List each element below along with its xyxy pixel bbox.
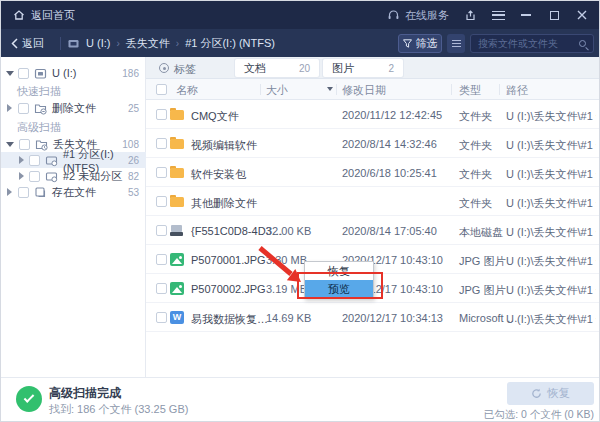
menu-button[interactable]: [491, 8, 505, 22]
checkbox[interactable]: [156, 254, 167, 265]
expand-arrow-icon[interactable]: [19, 172, 24, 180]
tab-documents[interactable]: 文档 20: [235, 59, 319, 77]
partition-icon: [45, 170, 58, 183]
lost-folder-icon: [35, 138, 48, 151]
home-button[interactable]: 返回首页: [1, 8, 75, 23]
file-name: 软件安装包: [191, 167, 246, 182]
recover-button[interactable]: 恢复: [507, 382, 594, 405]
minimize-button[interactable]: [519, 8, 533, 22]
tab-pictures[interactable]: 图片 2: [323, 59, 403, 77]
file-type: 文件夹: [459, 138, 492, 153]
sort-arrow-icon[interactable]: [327, 87, 333, 91]
tree-item-partition2[interactable]: #2 未知分区 82: [1, 168, 146, 184]
checkbox[interactable]: [18, 103, 29, 114]
breadcrumb-folder[interactable]: 丢失文件: [126, 36, 170, 51]
view-mode-button[interactable]: [447, 34, 465, 53]
minimize-icon: [521, 14, 531, 16]
column-header-type[interactable]: 类型: [459, 83, 481, 98]
breadcrumb-separator: ›: [176, 38, 179, 49]
file-date: 2020/12/17 10:34:13: [342, 312, 443, 324]
tab-count: 20: [299, 63, 310, 74]
file-path: U (I:)\丢失文件\#1 分…: [506, 312, 596, 327]
tree-item-count: 82: [128, 171, 139, 182]
checkbox[interactable]: [29, 171, 40, 182]
online-service-button[interactable]: 在线服务: [387, 8, 449, 23]
tree-item-label: 存在文件: [52, 185, 96, 200]
recover-icon: [531, 388, 542, 399]
filter-button[interactable]: 筛选: [398, 34, 442, 53]
column-header-path[interactable]: 路径: [506, 83, 528, 98]
tree-item-label: U (I:): [52, 67, 76, 79]
partition-icon: [45, 154, 58, 167]
checkbox[interactable]: [18, 68, 29, 79]
expand-arrow-icon[interactable]: [7, 104, 12, 112]
tree-item-drive[interactable]: U (I:) 186: [1, 65, 146, 81]
checkbox[interactable]: [29, 155, 40, 166]
table-row[interactable]: 其他删除文件 文件夹 U (I:)\丢失文件\#1 分…: [146, 187, 599, 216]
file-type: JPG 图片: [459, 283, 505, 298]
checkbox[interactable]: [156, 196, 167, 207]
table-row[interactable]: 易我数据恢复… 14.69 KB 2020/12/17 10:34:13 Mic…: [146, 303, 599, 332]
maximize-button[interactable]: [547, 8, 561, 22]
breadcrumb-drive[interactable]: U (I:): [86, 37, 110, 49]
checkbox[interactable]: [156, 312, 167, 323]
file-date: 2020/6/18 10:25:41: [342, 167, 437, 179]
column-header-name[interactable]: 名称: [176, 83, 198, 98]
table-row[interactable]: {F551C0D8-4D3… 32.00 KB 2020/8/14 17:05:…: [146, 216, 599, 245]
tab-label: 文档: [244, 61, 266, 76]
file-path: U (I:)\丢失文件\#1 分…: [506, 254, 596, 269]
checkbox[interactable]: [18, 187, 29, 198]
search-input[interactable]: [471, 38, 579, 49]
file-name: 易我数据恢复…: [191, 312, 268, 327]
tree-item-existing-files[interactable]: 存在文件 53: [1, 184, 146, 200]
section-label: 高级扫描: [17, 120, 61, 135]
checkbox[interactable]: [156, 283, 167, 294]
file-type: JPG 图片: [459, 254, 505, 269]
file-path: U (I:)\丢失文件\#1 分…: [506, 196, 596, 211]
file-date: 2020/11/12 12:42:45: [342, 109, 442, 121]
collapse-arrow-icon[interactable]: [6, 142, 14, 147]
file-type: 文件夹: [459, 196, 492, 211]
search-box: [470, 34, 594, 53]
jpg-file-icon: [170, 282, 184, 295]
file-path: U (I:)\丢失文件\#1 分…: [506, 138, 596, 153]
checkbox[interactable]: [19, 139, 30, 150]
expand-arrow-icon[interactable]: [7, 188, 12, 196]
tree-item-partition1[interactable]: #1 分区(I:) (NTFS) 26: [1, 152, 146, 168]
tag-label[interactable]: 标签: [174, 62, 196, 77]
scan-found-summary: 找到: 186 个文件 (33.25 GB): [49, 402, 188, 417]
checkbox[interactable]: [156, 225, 167, 236]
online-service-label: 在线服务: [405, 8, 449, 23]
feedback-button[interactable]: [463, 8, 477, 22]
section-quick-scan: 快速扫描: [1, 83, 146, 99]
table-row[interactable]: 软件安装包 2020/6/18 10:25:41 文件夹 U (I:)\丢失文件…: [146, 158, 599, 187]
file-type: 文件夹: [459, 167, 492, 182]
filter-tab-strip: 标签 文档 20 图片 2: [146, 57, 599, 79]
tree-item-deleted-files[interactable]: 删除文件 25: [1, 100, 146, 116]
table-row[interactable]: CMQ文件 2020/11/12 12:42:45 文件夹 U (I:)\丢失文…: [146, 100, 599, 129]
maximize-icon: [550, 11, 559, 20]
filter-label: 筛选: [416, 36, 438, 51]
expand-arrow-icon[interactable]: [19, 156, 24, 164]
column-header-date[interactable]: 修改日期: [342, 83, 386, 98]
file-name: 视频编辑软件: [191, 138, 257, 153]
tag-icon: [159, 63, 169, 73]
back-button[interactable]: 返回: [1, 36, 54, 51]
file-date: 2020/8/14 17:05:40: [342, 225, 437, 237]
checkbox[interactable]: [156, 167, 167, 178]
scan-complete-icon: [16, 386, 42, 412]
search-icon[interactable]: [579, 40, 586, 47]
breadcrumb-partition[interactable]: #1 分区(I:) (NTFS): [185, 36, 275, 51]
breadcrumb-toolbar: 返回 U (I:) › 丢失文件 › #1 分区(I:) (NTFS) 筛选: [1, 29, 600, 57]
close-button[interactable]: [575, 8, 589, 22]
share-icon: [465, 10, 476, 21]
local-disk-icon: [170, 224, 184, 237]
column-header-size[interactable]: 大小: [266, 83, 288, 98]
collapse-arrow-icon[interactable]: [6, 71, 14, 76]
checkbox[interactable]: [156, 109, 167, 120]
file-name: 其他删除文件: [191, 196, 257, 211]
table-row[interactable]: 视频编辑软件 2020/8/14 14:32:46 文件夹 U (I:)\丢失文…: [146, 129, 599, 158]
checkbox[interactable]: [156, 138, 167, 149]
select-all-checkbox[interactable]: [156, 84, 167, 95]
chevron-left-icon: [11, 38, 18, 49]
